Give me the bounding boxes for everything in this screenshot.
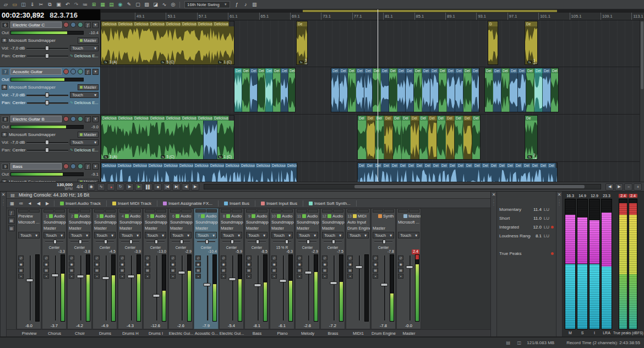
slider-thumb[interactable] xyxy=(45,93,49,97)
output-icon[interactable]: ▤ xyxy=(94,268,100,273)
slider-thumb[interactable] xyxy=(45,140,49,145)
output-icon[interactable]: ▤ xyxy=(347,268,353,273)
phase-invert-icon[interactable]: ∅ xyxy=(398,255,403,260)
scroll-strips-right-icon[interactable]: ▶ xyxy=(43,200,51,207)
go-to-end-button[interactable]: ▶| xyxy=(172,183,181,191)
automation-mode-button[interactable]: Touch▾ xyxy=(70,92,99,98)
fader-handle[interactable] xyxy=(356,265,363,269)
fader-handle[interactable] xyxy=(305,271,312,274)
pan-handle[interactable] xyxy=(155,240,158,244)
output-icon[interactable]: ▤ xyxy=(69,268,74,273)
audio-clip[interactable]: DelDelDelDelDelDelDelDelDelDelDelDelDelD… xyxy=(331,68,479,112)
mixer-strip[interactable]: 2AudioSoundmapperMasterTouch▾Center-3.8∅… xyxy=(67,208,92,329)
strip-bus[interactable]: Master xyxy=(119,226,132,231)
strip-automation-button[interactable]: Touch▾ xyxy=(398,232,419,238)
fx-slot[interactable] xyxy=(181,209,192,213)
mixer-strip[interactable]: 8AudioSoundmapperMasterTouch▾Center-5.9∅… xyxy=(219,208,244,329)
fx-slot[interactable] xyxy=(145,209,155,213)
fx-badge[interactable]: fx xyxy=(218,61,223,64)
mute-icon[interactable]: ▪ xyxy=(221,274,226,279)
strip-name[interactable]: Electric Gui... xyxy=(219,330,244,336)
audio-clip[interactable]: DeliciousDeliciousDeliciousDeliciousDeli… xyxy=(101,162,297,182)
go-to-start-button[interactable]: |◀ xyxy=(163,183,171,191)
solo-button[interactable] xyxy=(78,116,83,122)
strip-bus[interactable]: Master xyxy=(221,226,233,231)
track-fx-button[interactable]: ƒ xyxy=(85,22,91,28)
phase-invert-icon[interactable]: ∅ xyxy=(195,255,201,260)
mute-icon[interactable]: ▪ xyxy=(347,274,353,279)
output-icon[interactable]: ▤ xyxy=(322,268,328,273)
fader-handle[interactable] xyxy=(381,283,388,286)
fader-handle[interactable] xyxy=(204,283,211,286)
fader-handle[interactable] xyxy=(52,274,59,277)
show-io-icon[interactable]: ▤ xyxy=(8,218,15,224)
project-properties-icon[interactable]: ≔ xyxy=(81,1,89,8)
fx-slot[interactable] xyxy=(271,209,282,213)
tempo-track-icon[interactable]: ∿ xyxy=(97,183,105,191)
fader-handle[interactable] xyxy=(153,294,160,297)
phase-invert-icon[interactable]: ∅ xyxy=(347,255,353,260)
strip-name[interactable]: Bass xyxy=(244,330,270,336)
strip-pan-slider[interactable]: Center xyxy=(145,239,166,249)
output-icon[interactable]: ▤ xyxy=(271,268,277,273)
fx-slot[interactable] xyxy=(69,209,79,213)
arm-record-icon[interactable]: ◉ xyxy=(271,262,277,267)
track-name[interactable]: Acoustic Guitar xyxy=(10,68,62,75)
swing-selector[interactable]: 16th Note Swing ▼ xyxy=(184,1,230,8)
track-lane[interactable]: DelDelDelDelDelDelDelDelDelDelDelDelDelD… xyxy=(101,67,640,115)
track-lane[interactable]: DeliciousDeliciousDeliciousDeliciousDeli… xyxy=(101,20,640,67)
mixer-dock-handle[interactable]: ✕ ⋮⋮ xyxy=(0,192,7,336)
fader-handle[interactable] xyxy=(26,279,34,282)
mute-icon[interactable]: ▪ xyxy=(119,274,125,279)
track-fx-button[interactable]: ƒ xyxy=(85,116,91,122)
audio-clip[interactable]: D xyxy=(488,21,498,65)
snap-to-grid-icon[interactable]: ▦ xyxy=(99,1,107,8)
strip-bus[interactable]: Master xyxy=(195,226,208,231)
strip-pan-slider[interactable]: Center xyxy=(323,239,343,249)
cut-icon[interactable]: ✂ xyxy=(37,1,45,8)
playhead[interactable] xyxy=(378,9,378,182)
erase-tool-icon[interactable]: ◪ xyxy=(151,1,160,8)
strip-pan-slider[interactable]: Center xyxy=(247,239,267,249)
automation-mode-button[interactable]: Touch▾ xyxy=(70,45,99,51)
strip-name[interactable]: Drum Engine xyxy=(371,330,396,336)
solo-button[interactable] xyxy=(78,164,83,169)
track-lane[interactable]: DeliciousDeliciousDeliciousDeliciousDeli… xyxy=(101,162,640,182)
mute-button[interactable] xyxy=(70,116,76,122)
pan-handle[interactable] xyxy=(332,240,335,244)
loop-region[interactable] xyxy=(303,10,557,12)
audio-clip[interactable]: Defx3 (A) xyxy=(296,21,308,65)
phase-invert-icon[interactable]: ∅ xyxy=(297,255,302,260)
fx-slot[interactable] xyxy=(297,209,307,213)
strip-automation-button[interactable]: Touch▾ xyxy=(246,232,268,238)
strip-fader[interactable] xyxy=(380,254,389,322)
strip-name[interactable]: Drums H xyxy=(118,330,143,336)
phase-invert-icon[interactable]: ∅ xyxy=(170,255,176,260)
fx-slot[interactable] xyxy=(347,209,358,213)
track-fx-button[interactable]: ƒ xyxy=(85,69,91,75)
fader-handle[interactable] xyxy=(128,275,135,278)
disk-icon[interactable]: ◫ xyxy=(516,340,522,346)
strip-fader[interactable] xyxy=(405,254,414,322)
mute-icon[interactable]: ▪ xyxy=(145,274,150,279)
pan-slider[interactable] xyxy=(27,148,68,153)
strip-name[interactable]: Drums xyxy=(92,330,118,336)
strip-automation-button[interactable]: Touch▾ xyxy=(18,232,40,238)
pan-handle[interactable] xyxy=(256,240,259,244)
phase-invert-icon[interactable]: ∅ xyxy=(43,255,49,260)
mixer-strip[interactable]: 1AudioSoundmapperMasterTouch▾Center-3.3∅… xyxy=(42,208,67,329)
strip-fader[interactable] xyxy=(25,254,34,322)
strip-name[interactable]: Drums I xyxy=(143,330,168,336)
pause-button[interactable]: ▌▌ xyxy=(144,183,152,191)
track-menu-button[interactable]: ▾ xyxy=(92,116,99,122)
audio-clip[interactable]: DeliciousDeliciousDeliciousDeliciousDeli… xyxy=(101,21,234,65)
pan-handle[interactable] xyxy=(285,240,288,244)
arm-record-icon[interactable]: ◉ xyxy=(94,262,100,267)
arm-record-button[interactable] xyxy=(63,69,69,74)
selection-tool-icon[interactable]: ▢ xyxy=(134,1,142,8)
pan-value[interactable]: Center xyxy=(12,53,25,58)
strip-automation-button[interactable]: Touch▾ xyxy=(170,232,192,238)
open-project-icon[interactable]: ▭ xyxy=(10,1,19,8)
track-menu-button[interactable]: ▾ xyxy=(92,69,99,75)
phase-invert-icon[interactable]: ∅ xyxy=(373,255,378,260)
